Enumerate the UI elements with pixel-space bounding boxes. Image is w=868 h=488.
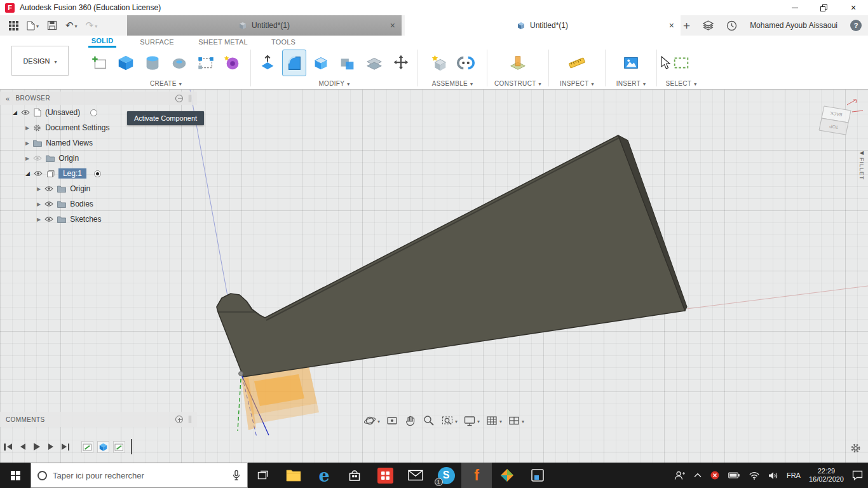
timeline-step-back-button[interactable] — [20, 444, 25, 450]
tab-sheet-metal[interactable]: SHEET METAL — [197, 36, 249, 48]
tab-tools[interactable]: TOOLS — [269, 36, 297, 48]
document-tab-active[interactable]: Untitled*(1) × — [405, 15, 681, 36]
comments-panel[interactable]: COMMENTS — [0, 412, 197, 427]
new-component-button[interactable] — [428, 50, 451, 76]
create-coil-button[interactable] — [221, 50, 244, 76]
move-copy-button[interactable] — [390, 50, 412, 76]
tree-root-label[interactable]: (Unsaved) — [45, 108, 80, 117]
fillet-panel-tab[interactable]: ◀ FILLET — [858, 150, 865, 180]
group-modify-label[interactable]: MODIFY — [318, 78, 349, 88]
timeline-step-forward-button[interactable] — [48, 444, 53, 450]
grid-snaps-button[interactable] — [485, 414, 502, 427]
taskbar-search-input[interactable] — [53, 471, 226, 480]
sketch-profile[interactable] — [241, 366, 319, 430]
timeline-sketch-feature[interactable] — [113, 441, 125, 453]
timeline-play-button[interactable] — [34, 443, 40, 451]
visibility-eye-icon[interactable] — [44, 186, 53, 192]
battery-icon[interactable] — [728, 472, 740, 478]
add-comment-icon[interactable] — [175, 416, 183, 423]
redo-button[interactable]: ↷ — [86, 20, 98, 31]
press-pull-button[interactable] — [256, 50, 279, 76]
fit-caret-icon[interactable] — [455, 416, 458, 425]
taskbar-app-edge[interactable]: e — [309, 463, 339, 488]
viewports-caret-icon[interactable] — [522, 416, 524, 425]
group-construct-label[interactable]: CONSTRUCT — [494, 78, 541, 88]
model-viewport[interactable]: BACK TOP « BROWSER ◢ (Unsaved) — [0, 90, 868, 463]
create-cylinder-button[interactable] — [141, 50, 164, 76]
taskbar-app-window[interactable] — [522, 463, 553, 488]
orbit-caret-icon[interactable] — [377, 416, 380, 425]
preferences-gear-button[interactable] — [850, 443, 861, 454]
timeline-skip-start-button[interactable] — [4, 444, 12, 451]
group-select-label[interactable]: SELECT — [665, 78, 696, 88]
insert-button[interactable] — [620, 50, 642, 76]
security-alert-icon[interactable] — [710, 470, 720, 480]
display-settings-button[interactable] — [463, 414, 480, 427]
tree-row-leg-origin[interactable]: ▶ Origin — [0, 181, 197, 196]
job-status-clock-icon[interactable] — [726, 20, 737, 31]
user-name[interactable]: Mohamed Ayoub Aissaoui — [750, 21, 837, 30]
start-button[interactable] — [0, 463, 31, 488]
taskbar-app-mail[interactable] — [400, 463, 431, 488]
minimize-button[interactable] — [780, 0, 810, 15]
wifi-icon[interactable] — [749, 471, 760, 480]
workspace-selector[interactable]: DESIGN — [11, 46, 69, 76]
taskbar-app-skype[interactable]: S 1 — [431, 463, 461, 488]
taskbar-app-red[interactable] — [370, 463, 400, 488]
timeline-sketch-feature[interactable] — [81, 441, 93, 453]
microphone-icon[interactable] — [232, 470, 241, 481]
create-pattern-button[interactable] — [194, 50, 217, 76]
viewports-button[interactable] — [508, 414, 524, 427]
timeline-skip-end-button[interactable] — [62, 444, 70, 451]
timeline-position-marker[interactable] — [131, 439, 132, 454]
leg-body[interactable] — [217, 135, 687, 377]
group-inspect-label[interactable]: INSPECT — [560, 78, 594, 88]
undo-button[interactable]: ↶ — [65, 20, 78, 31]
tree-item-label[interactable]: Origin — [58, 154, 79, 163]
pan-button[interactable] — [404, 414, 417, 427]
expanded-twistie-icon[interactable]: ◢ — [13, 109, 17, 116]
collapse-browser-icon[interactable]: « — [6, 95, 10, 102]
visibility-eye-icon[interactable] — [44, 201, 53, 207]
collapsed-twistie-icon[interactable]: ▶ — [25, 140, 29, 146]
app-grid-button[interactable] — [9, 21, 18, 30]
tree-row-leg1[interactable]: ◢ Leg:1 — [0, 166, 197, 181]
group-insert-label[interactable]: INSERT — [616, 78, 646, 88]
extensions-icon[interactable] — [703, 20, 714, 30]
language-indicator[interactable]: FRA — [787, 471, 801, 479]
tree-item-label[interactable]: Origin — [70, 184, 90, 193]
save-button[interactable] — [47, 20, 57, 30]
clock-date[interactable]: 22:29 16/02/2020 — [809, 467, 844, 484]
collapsed-twistie-icon[interactable]: ▶ — [37, 217, 41, 222]
collapsed-twistie-icon[interactable]: ▶ — [25, 156, 29, 161]
task-view-button[interactable] — [248, 463, 278, 488]
tree-item-label[interactable]: Sketches — [70, 215, 101, 224]
construct-plane-button[interactable] — [506, 50, 529, 76]
action-center-icon[interactable] — [852, 470, 863, 480]
taskbar-app-fusion[interactable]: f — [461, 463, 492, 488]
taskbar-app-diamond[interactable] — [492, 463, 522, 488]
group-assemble-label[interactable]: ASSEMBLE — [432, 78, 473, 88]
taskbar-app-store[interactable] — [339, 463, 370, 488]
comments-grip-handle[interactable] — [189, 416, 191, 423]
browser-options-icon[interactable] — [175, 95, 183, 102]
close-button[interactable]: × — [839, 0, 868, 15]
tree-row-origin[interactable]: ▶ Origin — [0, 151, 197, 166]
activate-radio[interactable] — [90, 109, 97, 116]
look-at-button[interactable] — [386, 414, 398, 427]
tree-row-named-views[interactable]: ▶ Named Views — [0, 135, 197, 151]
file-menu-button[interactable] — [27, 21, 39, 30]
collapsed-twistie-icon[interactable]: ▶ — [25, 125, 29, 131]
zoom-button[interactable] — [423, 414, 435, 427]
new-document-button[interactable]: + — [683, 20, 690, 32]
tree-row-bodies[interactable]: ▶ Bodies — [0, 196, 197, 212]
create-sphere-button[interactable] — [168, 50, 191, 76]
expanded-twistie-icon[interactable]: ◢ — [25, 170, 30, 177]
visibility-eye-icon[interactable] — [34, 170, 43, 177]
tree-item-label[interactable]: Document Settings — [45, 123, 109, 132]
taskbar-app-explorer[interactable] — [278, 463, 309, 488]
tree-row-sketches[interactable]: ▶ Sketches — [0, 212, 197, 227]
group-create-label[interactable]: CREATE — [150, 78, 182, 88]
timeline-extrude-feature[interactable] — [97, 441, 109, 453]
combine-button[interactable] — [336, 50, 359, 76]
